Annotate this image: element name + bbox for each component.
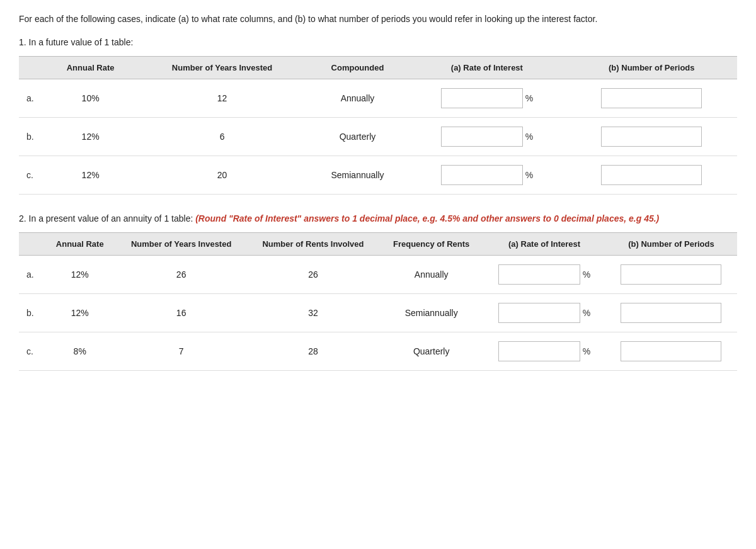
s2-rate-input-1[interactable] <box>498 303 580 323</box>
s2-rate-input-cell-2: % <box>483 332 605 371</box>
s1-compounded-2: Semiannually <box>307 156 408 195</box>
s1-rate-0: 10% <box>44 79 137 118</box>
section2-table: Annual Rate Number of Years Invested Num… <box>19 232 737 371</box>
s2-col-frequency: Frequency of Rents <box>379 233 483 256</box>
s2-years-0: 26 <box>115 256 246 294</box>
s1-periods-input-2[interactable] <box>601 165 702 185</box>
s1-periods-input-cell-1 <box>566 118 737 156</box>
s1-years-1: 6 <box>137 118 307 156</box>
s1-col-periods: (b) Number of Periods <box>566 57 737 79</box>
s1-col-empty <box>19 57 44 79</box>
s2-col-years: Number of Years Invested <box>115 233 246 256</box>
s2-rate-input-0[interactable] <box>498 264 580 285</box>
s1-rate-input-cell-1: % <box>408 118 566 156</box>
s1-rate-input-1[interactable] <box>441 127 523 147</box>
row-label-s1-2: c. <box>19 156 44 195</box>
s1-periods-input-1[interactable] <box>601 127 702 147</box>
s1-compounded-1: Quarterly <box>307 118 408 156</box>
s2-rate-1: 12% <box>44 294 115 332</box>
s2-col-rate-interest: (a) Rate of Interest <box>483 233 605 256</box>
s1-rate-1: 12% <box>44 118 137 156</box>
row-label-s2-0: a. <box>19 256 44 294</box>
s1-rate-input-cell-2: % <box>408 156 566 195</box>
s2-periods-input-0[interactable] <box>621 264 721 285</box>
s1-periods-input-0[interactable] <box>601 88 702 108</box>
intro-text: For each of the following cases, indicat… <box>19 13 737 26</box>
s1-rate-2: 12% <box>44 156 137 195</box>
s2-years-2: 7 <box>115 332 246 371</box>
s1-pct-symbol-0: % <box>525 93 533 103</box>
s1-col-rate-interest: (a) Rate of Interest <box>408 57 566 79</box>
s2-pct-symbol-0: % <box>583 269 590 280</box>
s2-frequency-1: Semiannually <box>379 294 483 332</box>
table-row: a. 12% 26 26 Annually % <box>19 256 737 294</box>
s1-years-0: 12 <box>137 79 307 118</box>
section1-title: 1. In a future value of 1 table: <box>19 37 737 47</box>
table-row: a. 10% 12 Annually % <box>19 79 737 118</box>
table-row: c. 12% 20 Semiannually % <box>19 156 737 195</box>
s2-col-rents: Number of Rents Involved <box>247 233 379 256</box>
s1-years-2: 20 <box>137 156 307 195</box>
s2-rate-2: 8% <box>44 332 115 371</box>
s2-rate-0: 12% <box>44 256 115 294</box>
s2-rents-0: 26 <box>247 256 379 294</box>
s2-rents-2: 28 <box>247 332 379 371</box>
table-row: b. 12% 16 32 Semiannually % <box>19 294 737 332</box>
row-label-s2-1: b. <box>19 294 44 332</box>
s1-rate-input-0[interactable] <box>441 88 523 108</box>
table-row: c. 8% 7 28 Quarterly % <box>19 332 737 371</box>
s2-rate-input-2[interactable] <box>498 341 580 361</box>
row-label-s1-1: b. <box>19 118 44 156</box>
row-label-s1-0: a. <box>19 79 44 118</box>
s1-col-years: Number of Years Invested <box>137 57 307 79</box>
s2-frequency-0: Annually <box>379 256 483 294</box>
s1-col-compounded: Compounded <box>307 57 408 79</box>
s1-rate-input-2[interactable] <box>441 165 523 185</box>
s2-col-periods: (b) Number of Periods <box>605 233 737 256</box>
s2-col-empty <box>19 233 44 256</box>
s2-frequency-2: Quarterly <box>379 332 483 371</box>
s2-periods-input-cell-2 <box>605 332 737 371</box>
s1-periods-input-cell-0 <box>566 79 737 118</box>
s2-periods-input-cell-0 <box>605 256 737 294</box>
s2-col-annual-rate: Annual Rate <box>44 233 115 256</box>
s2-rate-input-cell-1: % <box>483 294 605 332</box>
s2-pct-symbol-1: % <box>583 308 590 318</box>
s1-periods-input-cell-2 <box>566 156 737 195</box>
s2-years-1: 16 <box>115 294 246 332</box>
s2-rate-input-cell-0: % <box>483 256 605 294</box>
s2-periods-input-1[interactable] <box>621 303 721 323</box>
row-label-s2-2: c. <box>19 332 44 371</box>
s1-pct-symbol-2: % <box>525 170 533 180</box>
s2-rents-1: 32 <box>247 294 379 332</box>
s2-pct-symbol-2: % <box>583 346 590 356</box>
section2-title: 2. In a present value of an annuity of 1… <box>19 213 737 224</box>
s1-col-annual-rate: Annual Rate <box>44 57 137 79</box>
s2-periods-input-2[interactable] <box>621 341 721 361</box>
section1-table: Annual Rate Number of Years Invested Com… <box>19 56 737 195</box>
s2-periods-input-cell-1 <box>605 294 737 332</box>
s1-pct-symbol-1: % <box>525 132 533 142</box>
table-row: b. 12% 6 Quarterly % <box>19 118 737 156</box>
s1-rate-input-cell-0: % <box>408 79 566 118</box>
s1-compounded-0: Annually <box>307 79 408 118</box>
